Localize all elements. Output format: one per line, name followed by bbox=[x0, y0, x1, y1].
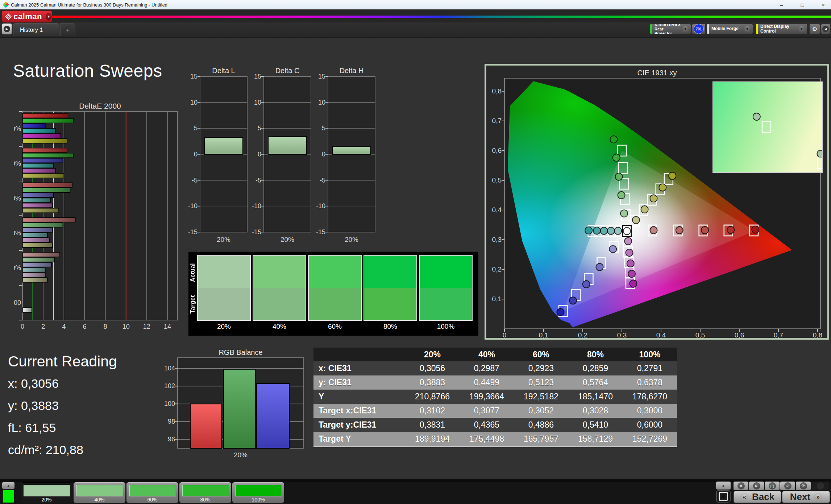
play-icon: ▶ bbox=[4, 26, 10, 32]
next-label: Next bbox=[790, 491, 810, 503]
pattern-window-button[interactable] bbox=[716, 490, 731, 503]
read-series-button[interactable]: [··] bbox=[765, 482, 780, 490]
svg-text:-10: -10 bbox=[316, 202, 325, 210]
actual-target-swatch-panel: Actual Target 20%40%60%80%100% bbox=[188, 252, 478, 336]
collapse-panel-button[interactable]: ◀ bbox=[821, 24, 830, 34]
level-swatch bbox=[76, 485, 123, 496]
chevron-down-icon: ▼ bbox=[681, 25, 690, 33]
maximize-button[interactable]: □ bbox=[799, 2, 806, 8]
svg-text:0: 0 bbox=[503, 331, 507, 339]
window-titlebar: Calman 2025 Calman Ultimate for Business… bbox=[0, 0, 831, 9]
rgb-balance-chart: RGB Balance969810010210420% bbox=[159, 348, 317, 462]
svg-text:10: 10 bbox=[254, 99, 261, 106]
delta-e-2000-chart: DeltaE 2000100%80%60%40%20%1000246810121… bbox=[14, 103, 182, 332]
table-row-label: Target Y bbox=[313, 432, 405, 446]
saturation-level-button-80%[interactable]: 80% bbox=[179, 482, 231, 503]
level-swatch bbox=[129, 485, 176, 496]
continuous-read-button[interactable]: ∞ bbox=[780, 482, 795, 490]
svg-text:Delta C: Delta C bbox=[275, 67, 300, 75]
svg-text:-5: -5 bbox=[255, 177, 261, 184]
table-row-label: Y bbox=[313, 390, 405, 404]
close-button[interactable]: × bbox=[820, 2, 827, 8]
back-button[interactable]: « Back bbox=[734, 491, 781, 503]
pattern-source-dropdown[interactable]: Mobile Forge ▼ bbox=[707, 24, 753, 34]
refresh-icon: ⟳ bbox=[800, 482, 807, 490]
table-cell: 189,9194 bbox=[405, 432, 460, 446]
pattern-tray-expand-button[interactable]: ▲ bbox=[2, 482, 14, 489]
transport-expand-button[interactable]: ▲ bbox=[716, 482, 731, 490]
display-control-dropdown[interactable]: Direct Display Control ▼ bbox=[756, 24, 807, 34]
saturation-level-button-20%[interactable]: 20% bbox=[21, 482, 72, 503]
table-cell: 158,7129 bbox=[568, 432, 623, 446]
saturation-level-button-40%[interactable]: 40% bbox=[74, 482, 125, 503]
svg-text:2: 2 bbox=[41, 323, 45, 330]
disabled-slot bbox=[812, 482, 829, 490]
svg-text:0,4: 0,4 bbox=[492, 206, 502, 214]
level-label: 40% bbox=[74, 497, 125, 503]
svg-text:0: 0 bbox=[194, 151, 198, 158]
reading-fl: fL: 61,55 bbox=[8, 421, 117, 435]
loop-button[interactable]: ⟳ bbox=[796, 482, 811, 490]
next-button[interactable]: Next » bbox=[782, 491, 830, 503]
toolbar: ▶ History 1 + X-Rite i1Pro 3 Rear Projec… bbox=[0, 22, 831, 38]
chevron-down-icon: ▼ bbox=[797, 25, 806, 33]
calman-menu-button[interactable]: calman ▼ bbox=[1, 10, 52, 22]
workflow-run-button[interactable]: ▶ bbox=[2, 24, 12, 34]
table-header: 80% bbox=[568, 348, 623, 361]
bottom-bar: ▲ 20%40%60%80%100% ▲ ■ ▶ [··] ∞ ⟳ « Back… bbox=[0, 482, 831, 504]
meter-dropdown[interactable]: X-Rite i1Pro 3 Rear Projector ▼ bbox=[650, 24, 691, 34]
table-cell: 0,3883 bbox=[405, 375, 460, 390]
svg-text:20%: 20% bbox=[234, 451, 248, 459]
tab-history-1[interactable]: History 1 bbox=[13, 23, 59, 36]
stop-button[interactable]: ■ bbox=[734, 482, 748, 490]
actual-swatch bbox=[253, 256, 306, 288]
table-row-label: x: CIE31 bbox=[313, 361, 405, 375]
svg-text:102: 102 bbox=[164, 382, 175, 390]
actual-swatch bbox=[309, 256, 361, 288]
svg-text:100%: 100% bbox=[14, 125, 21, 133]
current-reading-panel: Current Reading x: 0,3056 y: 0,3883 fL: … bbox=[8, 353, 117, 465]
actual-swatch bbox=[420, 256, 472, 288]
minimize-button[interactable]: – bbox=[778, 2, 785, 8]
svg-text:0,3: 0,3 bbox=[492, 236, 502, 243]
table-cell: 210,8766 bbox=[405, 390, 460, 404]
saturation-level-button-60%[interactable]: 60% bbox=[126, 482, 178, 503]
settings-button[interactable]: ⚙ bbox=[809, 24, 820, 34]
svg-text:-15: -15 bbox=[188, 228, 198, 236]
svg-text:-5: -5 bbox=[320, 177, 325, 184]
svg-text:100: 100 bbox=[14, 299, 21, 306]
meter-sync-button[interactable]: 701 bbox=[692, 24, 706, 34]
chevron-down-icon: ▼ bbox=[743, 25, 752, 33]
svg-text:100: 100 bbox=[164, 400, 175, 407]
display-control-name: Direct Display Control bbox=[760, 24, 797, 34]
table-cell: 192,5182 bbox=[514, 390, 568, 404]
svg-text:20%: 20% bbox=[281, 236, 294, 243]
delta-h-chart: Delta H151050-5-10-1520% bbox=[316, 67, 378, 248]
add-tab-button[interactable]: + bbox=[60, 23, 75, 36]
svg-text:5: 5 bbox=[322, 125, 325, 132]
svg-text:10: 10 bbox=[190, 99, 198, 106]
play-button[interactable]: ▶ bbox=[749, 482, 764, 490]
swatch-column-80% bbox=[363, 255, 417, 321]
level-label: 100% bbox=[232, 497, 284, 503]
actual-row-label: Actual bbox=[189, 257, 197, 289]
saturation-level-button-100%[interactable]: 100% bbox=[232, 482, 284, 503]
svg-text:0,2: 0,2 bbox=[492, 265, 502, 273]
table-corner bbox=[313, 348, 405, 361]
cie-1931-chart: CIE 1931 xy00,10,20,30,40,50,60,70,80,10… bbox=[485, 64, 829, 340]
table-cell: 0,2987 bbox=[460, 361, 514, 375]
svg-text:0,1: 0,1 bbox=[539, 331, 548, 339]
svg-text:-10: -10 bbox=[188, 202, 198, 210]
pattern-window-icon bbox=[719, 492, 728, 501]
logo-dropdown-arrow-icon[interactable]: ▼ bbox=[46, 13, 52, 21]
actual-swatch bbox=[364, 256, 416, 288]
svg-text:80%: 80% bbox=[14, 160, 21, 167]
logo-row: calman ▼ bbox=[0, 9, 831, 22]
svg-text:96: 96 bbox=[168, 436, 175, 443]
swatch-column-label: 20% bbox=[197, 323, 251, 331]
target-swatch bbox=[420, 288, 472, 320]
table-header: 20% bbox=[405, 348, 460, 361]
svg-text:0,5: 0,5 bbox=[492, 176, 502, 184]
svg-text:15: 15 bbox=[190, 73, 198, 80]
svg-text:12: 12 bbox=[143, 323, 150, 330]
